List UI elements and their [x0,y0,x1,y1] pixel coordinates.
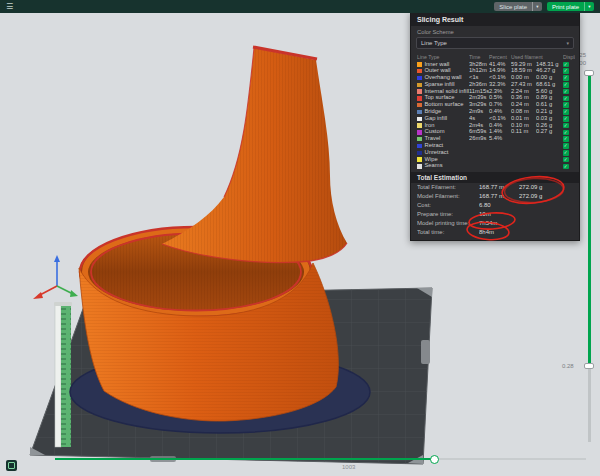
line-type-color-swatch [417,144,422,149]
plate-indicator-icon[interactable] [6,460,17,471]
line-type-row: Bottom surface 3m29s 0.7% 0.24 m 0.61 g … [411,102,579,109]
line-type-time: 3h28m [469,62,489,68]
color-scheme-select[interactable]: Line Type ▾ [416,37,574,49]
line-type-color-swatch [417,83,422,88]
total-label: Total time: [417,229,479,235]
line-type-label: Seams [425,163,443,169]
line-type-row: Wipe ✓ [411,156,579,163]
display-checkbox[interactable]: ✓ [563,75,569,81]
line-type-color-swatch [417,130,422,135]
line-type-weight: 0.21 g [536,109,563,115]
display-checkbox[interactable]: ✓ [563,157,569,163]
display-checkbox[interactable]: ✓ [563,136,569,142]
line-type-percent: 0.4% [489,123,511,129]
line-type-color-swatch [417,164,422,169]
line-type-weight: 0.00 g [536,75,563,81]
display-checkbox[interactable]: ✓ [563,89,569,95]
col-line-type: Line Type [417,54,469,60]
total-value-2: 272.09 g [519,193,573,199]
line-type-length: 0.08 m [511,109,536,115]
ruler [54,302,72,447]
line-type-label: Travel [425,136,441,142]
line-type-time: 11m15s [469,89,489,95]
col-time: Time [469,54,489,60]
line-type-length: 59.29 m [511,62,536,68]
plate-handle [421,340,430,364]
line-type-length: 18.59 m [511,68,536,74]
total-label: Total Filament: [417,184,479,190]
total-label: Model Filament: [417,193,479,199]
line-type-label: Custom [425,129,445,135]
display-checkbox[interactable]: ✓ [563,109,569,115]
slicing-result-panel: Slicing Result Color Scheme Line Type ▾ … [410,12,580,241]
line-type-weight: 68.61 g [536,82,563,88]
chevron-down-icon: ▾ [566,40,569,46]
line-type-label: Gap infill [425,116,448,122]
line-type-length: 0.11 m [511,129,536,135]
line-type-color-swatch [417,76,422,81]
line-type-percent: 2.3% [489,89,511,95]
total-value-1: 168.77 m [479,193,519,199]
move-slider-handle[interactable] [430,455,439,464]
top-bar: ☰ Slice plate ▾ Print plate ▾ [0,0,600,13]
line-type-weight: 0.61 g [536,102,563,108]
display-checkbox[interactable]: ✓ [563,102,569,108]
line-type-percent: 0.7% [489,102,511,108]
total-row: Total time: 8h4m [411,228,579,237]
display-checkbox[interactable]: ✓ [563,150,569,156]
display-checkbox[interactable]: ✓ [563,116,569,122]
total-value-2: 272.09 g [519,184,573,190]
line-type-color-swatch [417,89,422,94]
line-type-time: 2m4s [469,123,489,129]
print-plate-button[interactable]: Print plate ▾ [547,2,594,11]
line-type-weight: 0.26 g [536,123,563,129]
line-type-label: Top surface [425,95,455,101]
total-value-1: 168.77 m [479,184,519,190]
total-label: Cost: [417,202,479,208]
layer-slider-bottom-handle[interactable] [584,363,594,369]
line-type-time: 3m29s [469,102,489,108]
line-type-percent: <0.1% [489,116,511,122]
line-type-row: Bridge 2m9s 0.4% 0.08 m 0.21 g ✓ [411,109,579,116]
line-type-label: Overhang wall [425,75,462,81]
slice-plate-button[interactable]: Slice plate ▾ [494,2,542,11]
line-type-color-swatch [417,151,422,156]
line-type-percent: 1.4% [489,129,511,135]
display-checkbox[interactable]: ✓ [563,143,569,149]
line-type-label: Wipe [425,157,438,163]
display-checkbox[interactable]: ✓ [563,130,569,136]
line-type-color-swatch [417,117,422,122]
line-type-weight: 46.27 g [536,68,563,74]
line-type-row: Iron 2m4s 0.4% 0.10 m 0.26 g ✓ [411,122,579,129]
display-checkbox[interactable]: ✓ [563,68,569,74]
line-type-table-body: Inner wall 3h28m 41.4% 59.29 m 148.31 g … [411,61,579,170]
line-type-weight: 0.89 g [536,95,563,101]
line-type-time: 1h12m [469,68,489,74]
chevron-down-icon[interactable]: ▾ [584,2,594,11]
line-type-length: 2.24 m [511,89,536,95]
line-type-length: 0.10 m [511,123,536,129]
line-type-percent: 41.4% [489,62,511,68]
display-checkbox[interactable]: ✓ [563,96,569,102]
display-checkbox[interactable]: ✓ [563,123,569,129]
total-row: Total Filament: 168.77 m 272.09 g [411,183,579,192]
layer-min-value: 0.28 [562,363,574,369]
line-type-color-swatch [417,137,422,142]
line-type-row: Retract ✓ [411,143,579,150]
line-type-row: Overhang wall <1s <0.1% 0.00 m 0.00 g ✓ [411,75,579,82]
chevron-down-icon[interactable]: ▾ [532,2,542,11]
line-type-label: Unretract [425,150,449,156]
layer-slider-top-handle[interactable] [584,70,594,76]
display-checkbox[interactable]: ✓ [563,164,569,170]
plate-glyph-icon [8,462,15,469]
line-type-label: Bottom surface [425,102,464,108]
line-type-length: 0.36 m [511,95,536,101]
display-checkbox[interactable]: ✓ [563,62,569,68]
menu-icon[interactable]: ☰ [6,3,13,11]
line-type-weight: 0.03 g [536,116,563,122]
total-row: Cost: 6.80 [411,201,579,210]
line-type-length: 0.00 m [511,75,536,81]
total-row: Model printing time: 7h54m [411,219,579,228]
display-checkbox[interactable]: ✓ [563,82,569,88]
line-type-color-swatch [417,103,422,108]
